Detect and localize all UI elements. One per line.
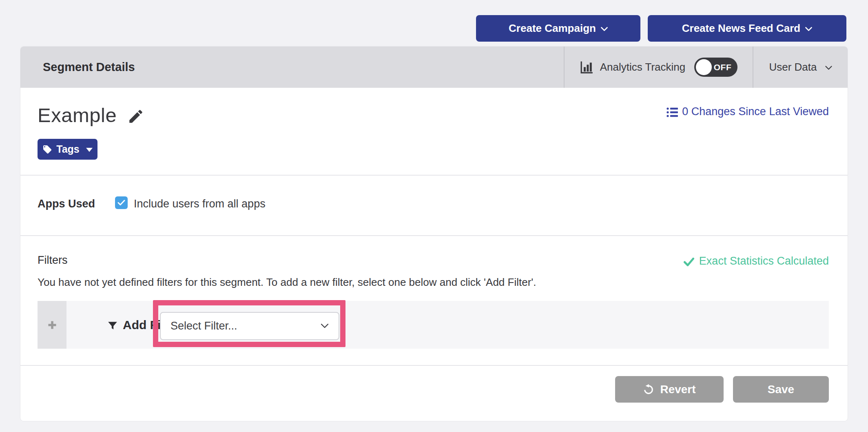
panel-header: Segment Details Analytics Tracking OFF U… (20, 47, 848, 88)
create-news-feed-card-label: Create News Feed Card (682, 22, 800, 35)
chevron-down-icon (601, 27, 608, 31)
create-news-feed-card-button[interactable]: Create News Feed Card (648, 15, 846, 42)
divider (20, 365, 848, 366)
caret-down-icon (86, 148, 93, 152)
user-data-label: User Data (769, 61, 817, 73)
segment-details-panel: Segment Details Analytics Tracking OFF U… (20, 47, 848, 421)
tags-button[interactable]: Tags (38, 139, 97, 160)
exact-statistics-label: Exact Statistics Calculated (699, 255, 829, 267)
changes-link-label: 0 Changes Since Last Viewed (682, 105, 829, 118)
analytics-tracking-label: Analytics Tracking (600, 61, 686, 73)
segment-name: Example (38, 104, 117, 127)
create-campaign-button[interactable]: Create Campaign (476, 15, 640, 42)
chevron-down-icon (321, 323, 329, 329)
add-filter-row: Add Filter (38, 301, 829, 349)
plus-icon (47, 320, 57, 330)
check-icon (684, 258, 694, 266)
divider (20, 175, 848, 176)
changes-since-last-viewed-link[interactable]: 0 Changes Since Last Viewed (666, 105, 829, 118)
bar-chart-icon (580, 61, 594, 74)
tags-label: Tags (56, 143, 80, 155)
revert-undo-icon (643, 384, 654, 395)
filters-description: You have not yet defined filters for thi… (38, 276, 536, 289)
create-campaign-label: Create Campaign (509, 22, 596, 35)
exact-statistics-status: Exact Statistics Calculated (684, 255, 829, 267)
save-label: Save (768, 383, 794, 396)
select-filter-dropdown[interactable]: Select Filter... (160, 312, 339, 340)
edit-pencil-icon[interactable] (127, 108, 144, 125)
save-button[interactable]: Save (733, 376, 829, 403)
select-filter-placeholder: Select Filter... (170, 320, 237, 332)
include-all-apps-checkbox[interactable] (115, 196, 128, 209)
chevron-down-icon (825, 66, 832, 70)
change-list-icon (666, 107, 678, 118)
divider (20, 235, 848, 236)
filter-funnel-icon (107, 321, 118, 331)
add-filter-plus-button[interactable] (38, 301, 66, 349)
checkmark-icon (117, 200, 125, 206)
chevron-down-icon (805, 27, 812, 31)
toggle-state-label: OFF (714, 58, 732, 77)
include-all-apps-label[interactable]: Include users from all apps (134, 198, 266, 210)
revert-label: Revert (660, 383, 695, 396)
analytics-tracking-toggle[interactable]: OFF (694, 58, 737, 77)
page-title: Segment Details (43, 47, 135, 88)
analytics-tracking-section: Analytics Tracking OFF (564, 47, 753, 88)
revert-button[interactable]: Revert (615, 376, 724, 403)
user-data-dropdown[interactable]: User Data (753, 47, 848, 88)
segment-name-row: Example (38, 104, 144, 127)
apps-used-label: Apps Used (38, 198, 95, 210)
filters-heading: Filters (38, 254, 68, 267)
toggle-knob (696, 59, 712, 75)
tag-icon (42, 145, 52, 154)
page: Create Campaign Create News Feed Card Se… (0, 0, 868, 432)
